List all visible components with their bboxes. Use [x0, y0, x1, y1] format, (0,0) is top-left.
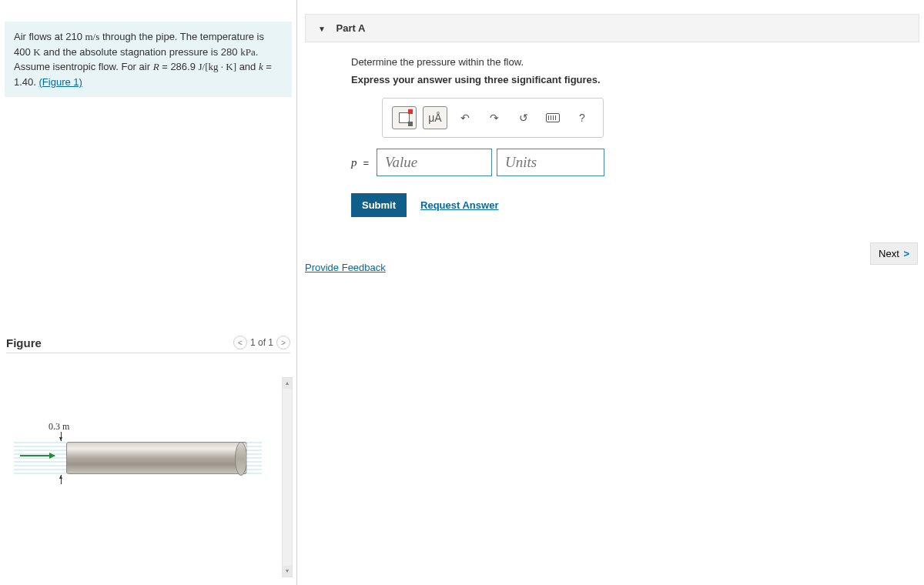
- equals-sign: =: [363, 157, 370, 169]
- keyboard-icon: [546, 113, 560, 122]
- figure-scrollbar[interactable]: ▴ ▾: [282, 377, 293, 577]
- figure-prev-button[interactable]: <: [233, 336, 247, 349]
- chevron-right-icon: >: [901, 248, 909, 259]
- value-input[interactable]: [377, 149, 492, 176]
- collapse-caret-icon: ▼: [318, 25, 326, 33]
- figure-pager: < 1 of 1 >: [233, 336, 290, 349]
- redo-button[interactable]: ↷: [483, 106, 506, 129]
- submit-button[interactable]: Submit: [351, 193, 407, 217]
- figure-link[interactable]: (Figure 1): [39, 76, 82, 88]
- pipe-graphic: [66, 442, 247, 474]
- template-tool-button[interactable]: [392, 106, 417, 129]
- request-answer-link[interactable]: Request Answer: [420, 199, 498, 211]
- scroll-up-icon[interactable]: ▴: [283, 378, 292, 389]
- problem-statement: Air flows at 210 m/s through the pipe. T…: [5, 22, 292, 97]
- part-title: Part A: [336, 22, 366, 34]
- dimension-label: 0.3 m: [49, 421, 69, 433]
- figure-next-button[interactable]: >: [276, 336, 290, 349]
- formula-toolbar: μÅ ↶ ↷ ↺ ?: [382, 98, 604, 138]
- units-input[interactable]: [497, 149, 604, 176]
- flow-arrow-icon: [20, 455, 55, 456]
- provide-feedback-link[interactable]: Provide Feedback: [305, 262, 386, 273]
- undo-button[interactable]: ↶: [454, 106, 477, 129]
- answer-variable: p: [351, 156, 357, 169]
- figure-page-label: 1 of 1: [250, 337, 273, 348]
- next-button[interactable]: Next >: [870, 242, 918, 265]
- special-char-button[interactable]: μÅ: [423, 106, 447, 129]
- part-header[interactable]: ▼ Part A: [305, 14, 919, 42]
- instruction-2: Express your answer using three signific…: [351, 74, 924, 85]
- figure-title: Figure: [6, 336, 42, 349]
- help-button[interactable]: ?: [571, 106, 594, 129]
- scroll-down-icon[interactable]: ▾: [283, 566, 292, 577]
- keyboard-button[interactable]: [541, 106, 564, 129]
- figure-image: 0.3 m: [6, 399, 290, 538]
- reset-button[interactable]: ↺: [512, 106, 535, 129]
- instruction-1: Determine the pressure within the flow.: [351, 56, 924, 68]
